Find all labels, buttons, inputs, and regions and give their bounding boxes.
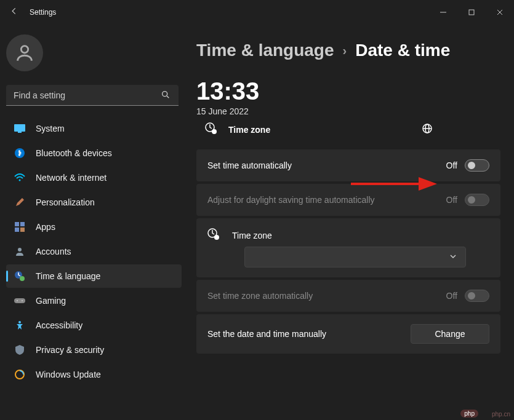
svg-point-21: [18, 321, 21, 323]
nav-label: Accounts: [36, 247, 71, 256]
setting-label: Set the date and time manually: [207, 329, 411, 339]
svg-point-10: [19, 180, 21, 181]
nav-bluetooth[interactable]: Bluetooth & devices: [6, 141, 182, 165]
nav-label: Personalization: [36, 197, 95, 207]
gamepad-icon: [14, 295, 26, 307]
nav-label: System: [36, 124, 65, 133]
nav-label: Apps: [36, 222, 55, 232]
nav-label: Time & language: [36, 271, 100, 281]
setting-auto-timezone: Set time zone automatically Off: [196, 280, 500, 312]
person-icon: [14, 245, 26, 258]
svg-point-17: [20, 276, 25, 281]
accessibility-icon: [14, 319, 26, 331]
nav-system[interactable]: System: [6, 117, 182, 140]
timezone-dropdown[interactable]: [244, 247, 466, 267]
chevron-right-icon: ›: [343, 44, 347, 58]
svg-point-20: [22, 300, 23, 301]
sidebar: System Bluetooth & devices Network & int…: [0, 30, 188, 420]
svg-rect-14: [20, 228, 25, 232]
svg-rect-12: [20, 222, 25, 226]
nav-personalization[interactable]: Personalization: [6, 191, 182, 214]
current-time: 13:33: [196, 77, 500, 105]
setting-label: Set time zone automatically: [207, 291, 446, 301]
auto-time-toggle[interactable]: [465, 159, 489, 172]
shield-icon: [14, 344, 26, 356]
svg-point-29: [214, 235, 219, 240]
nav-gaming[interactable]: Gaming: [6, 289, 182, 312]
chevron-down-icon: [449, 252, 457, 263]
apps-icon: [14, 221, 26, 233]
paintbrush-icon: [14, 196, 26, 208]
nav-label: Privacy & security: [36, 345, 104, 355]
timezone-header: Time zone: [196, 122, 500, 137]
breadcrumb-parent[interactable]: Time & language: [196, 41, 334, 60]
current-date: 15 June 2022: [196, 106, 500, 116]
wifi-icon: [14, 172, 26, 184]
svg-rect-8: [18, 132, 22, 133]
clock-globe-icon: [205, 122, 217, 137]
setting-label: Set time automatically: [207, 160, 446, 170]
clock-globe-icon: [14, 270, 26, 282]
nav-label: Gaming: [36, 296, 66, 306]
nav-list: System Bluetooth & devices Network & int…: [6, 117, 182, 386]
svg-rect-7: [14, 124, 25, 132]
user-avatar[interactable]: [6, 34, 43, 71]
bluetooth-icon: [14, 147, 26, 159]
watermark-text: php.cn: [492, 411, 510, 418]
nav-privacy[interactable]: Privacy & security: [6, 338, 182, 362]
svg-point-15: [18, 248, 22, 252]
nav-accessibility[interactable]: Accessibility: [6, 314, 182, 337]
toggle-state: Off: [446, 195, 457, 205]
monitor-icon: [14, 122, 26, 135]
nav-network[interactable]: Network & internet: [6, 166, 182, 189]
svg-line-6: [167, 96, 169, 98]
nav-apps[interactable]: Apps: [6, 215, 182, 239]
change-button[interactable]: Change: [411, 324, 489, 344]
nav-label: Accessibility: [36, 320, 82, 330]
content-area: Time & language › Date & time 13:33 15 J…: [188, 30, 514, 420]
maximize-button[interactable]: [457, 3, 486, 22]
setting-auto-time: Set time automatically Off: [196, 149, 500, 181]
svg-point-4: [21, 46, 28, 53]
svg-point-5: [163, 92, 167, 97]
title-bar: Settings: [0, 0, 514, 25]
back-button[interactable]: [5, 7, 23, 18]
svg-point-19: [17, 300, 18, 301]
nav-label: Network & internet: [36, 173, 106, 183]
search-input[interactable]: [6, 85, 179, 106]
toggle-state: Off: [446, 291, 457, 301]
svg-rect-11: [15, 222, 19, 226]
svg-rect-18: [14, 298, 25, 303]
svg-rect-13: [15, 228, 19, 232]
nav-windows-update[interactable]: Windows Update: [6, 363, 182, 386]
dst-toggle: [465, 194, 489, 206]
breadcrumb-current: Date & time: [355, 41, 450, 60]
update-icon: [14, 368, 26, 381]
window-title: Settings: [30, 8, 56, 17]
setting-label: Time zone: [232, 231, 489, 240]
nav-label: Bluetooth & devices: [36, 148, 112, 158]
breadcrumb: Time & language › Date & time: [196, 41, 500, 60]
setting-dst: Adjust for daylight saving time automati…: [196, 184, 500, 216]
toggle-state: Off: [446, 160, 457, 170]
svg-point-24: [212, 129, 217, 134]
setting-timezone: Time zone: [196, 218, 500, 277]
search-icon: [161, 90, 171, 102]
minimize-button[interactable]: [429, 3, 457, 22]
svg-rect-1: [469, 10, 474, 15]
globe-icon: [422, 123, 433, 137]
clock-globe-icon: [207, 228, 220, 243]
watermark-badge: php: [460, 410, 478, 418]
nav-accounts[interactable]: Accounts: [6, 240, 182, 263]
setting-label: Adjust for daylight saving time automati…: [207, 195, 446, 205]
nav-label: Windows Update: [36, 370, 101, 379]
nav-time-language[interactable]: Time & language: [6, 264, 182, 288]
svg-marker-31: [419, 177, 437, 191]
annotation-arrow: [351, 175, 437, 193]
timezone-header-label: Time zone: [228, 125, 270, 135]
setting-manual-datetime: Set the date and time manually Change: [196, 314, 500, 354]
close-button[interactable]: [486, 3, 514, 22]
auto-tz-toggle: [465, 290, 489, 302]
